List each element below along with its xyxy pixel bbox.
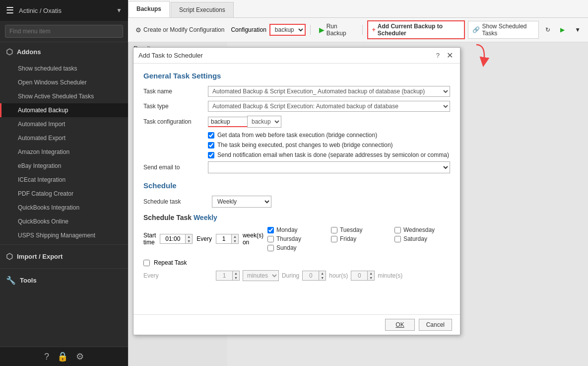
day-tuesday-checkbox[interactable] [331,227,337,233]
start-time-label: Start time [143,232,156,246]
every-down-arrow[interactable]: ▼ [232,239,238,243]
show-scheduled-button[interactable]: 🔗 Show Scheduled Tasks [468,21,539,39]
send-email-select[interactable] [208,161,450,173]
send-email-field[interactable] [208,161,450,173]
sidebar-item-show-active-sheduled-tasks[interactable]: Show Active Sheduled Tasks [0,89,128,103]
more-button[interactable]: ▼ [571,25,584,35]
toolbar-separator-2 [362,25,363,35]
search-input[interactable] [5,25,123,38]
run-backup-button[interactable]: ▶ Run Backup [315,21,358,38]
hours-down[interactable]: ▼ [319,276,326,280]
task-config-select[interactable]: backup [247,116,281,128]
dialog-close-button[interactable]: ✕ [445,51,455,60]
start-time-value[interactable] [160,234,185,243]
addons-icon: ⬡ [6,47,13,57]
day-saturday-checkbox[interactable] [394,236,401,242]
external-link-icon: 🔗 [472,26,480,33]
hours-spinner[interactable]: ▲ ▼ [302,271,326,281]
schedule-task-select[interactable]: Weekly [212,196,271,208]
minutes-val[interactable] [351,271,367,280]
main-area: Backups Script Executions ⚙ Create or Mo… [128,0,588,366]
minutes-up[interactable]: ▲ [368,271,374,276]
add-scheduler-button[interactable]: + Add Current Backup to Scheduler [367,20,465,39]
every-minutes-value[interactable] [216,271,232,280]
task-config-field[interactable]: backup [208,116,281,128]
day-thursday-checkbox[interactable] [267,236,274,242]
sidebar-section-addons[interactable]: ⬡ Addons [0,42,128,62]
every-input[interactable]: ▲ ▼ [216,234,239,244]
repeat-section: Repeat Task Every ▲ ▼ [143,259,450,281]
config-select[interactable]: backup [269,24,306,36]
create-modify-config-button[interactable]: ⚙ Create or Modify Configuration [132,25,228,35]
sidebar-section-tools[interactable]: 🔧 Tools [0,271,128,290]
day-wednesday-checkbox[interactable] [394,227,401,233]
schedule-task-label: Schedule task [143,198,208,205]
sidebar-footer: ? 🔒 ⚙ [0,347,128,366]
settings-icon[interactable]: ⚙ [76,351,84,362]
day-monday-checkbox[interactable] [267,227,274,233]
time-down-arrow[interactable]: ▼ [186,239,192,243]
sidebar-item-open-windows-scheduler[interactable]: Open Windows Scheduler [0,75,128,89]
sidebar-item-automated-export[interactable]: Automated Export [0,131,128,145]
ok-label: OK [395,321,404,328]
minutes-spinner[interactable]: ▲ ▼ [351,271,375,281]
start-time-input[interactable]: ▲ ▼ [160,234,193,244]
day-friday-checkbox[interactable] [331,236,337,242]
hours-arrows: ▲ ▼ [319,271,326,280]
cancel-button[interactable]: Cancel [419,319,452,331]
dialog-overlay: Add Task to Scheduler ? ✕ General Task S… [128,42,588,366]
sidebar-item-pdf-catalog-creator[interactable]: PDF Catalog Creator [0,187,128,201]
checkbox-get-data-label: Get data from web before task execution … [217,132,377,139]
sidebar-item-icecat-integration[interactable]: ICEcat Integration [0,173,128,187]
import-export-label: Import / Export [17,253,63,260]
time-up-arrow[interactable]: ▲ [186,234,192,239]
sidebar-item-quickbooks-online[interactable]: QuickBooks Online [0,215,128,228]
minutes-unit-select[interactable]: minutes [243,270,279,281]
repeat-task-checkbox[interactable] [143,260,150,266]
every-minutes-arrows: ▲ ▼ [232,271,239,280]
refresh-button[interactable]: ↻ [542,25,554,35]
task-config-input[interactable] [208,117,248,127]
minutes-down[interactable]: ▼ [368,276,374,280]
dialog-title: Add Task to Scheduler [138,52,203,59]
sidebar-item-usps-shipping[interactable]: USPS Shipping Management [0,228,128,242]
task-type-select[interactable]: Automated Backup & Script Execution: Aut… [208,101,450,112]
play-button[interactable]: ▶ [557,25,568,35]
task-name-field[interactable]: Automated Backup & Script Execution_ Aut… [208,86,450,97]
lock-icon[interactable]: 🔒 [57,351,68,362]
sidebar-item-quickbooks-integration[interactable]: QuickBooks Integration [0,201,128,215]
every-label: Every [196,235,212,242]
checkbox-get-data-input[interactable] [208,132,214,139]
every-value[interactable] [216,234,231,243]
sidebar-section-import-export[interactable]: ⬡ Import / Export [0,247,128,266]
sidebar-item-automated-backup[interactable]: Automated Backup [0,103,128,117]
hours-up[interactable]: ▲ [319,271,326,276]
plus-icon: + [372,26,376,33]
hours-label: hour(s) [329,272,348,279]
checkbox-post-changes-input[interactable] [208,142,214,148]
sidebar-item-show-scheduled-tasks[interactable]: Show scheduled tasks [0,62,128,75]
checkbox-send-notification-input[interactable] [208,152,214,158]
ok-button[interactable]: OK [385,319,414,331]
question-icon[interactable]: ? [44,352,49,362]
sidebar-search-container [0,21,128,42]
every-minutes-spinner[interactable]: ▲ ▼ [216,271,240,281]
sidebar-item-automated-import[interactable]: Automated Import [0,117,128,131]
task-type-field[interactable]: Automated Backup & Script Execution: Aut… [208,101,450,112]
day-saturday-label: Saturday [403,235,427,242]
sidebar-item-amazon-integration[interactable]: Amazon Integration [0,145,128,159]
weekly-section: Schedule Task Weekly Start time ▲ ▼ [143,214,450,251]
task-name-select[interactable]: Automated Backup & Script Execution_ Aut… [208,86,450,97]
hamburger-icon[interactable]: ☰ [6,5,14,16]
day-sunday-checkbox[interactable] [267,245,274,251]
every-minutes-up[interactable]: ▲ [233,271,239,276]
dialog-help-button[interactable]: ? [433,52,443,59]
hours-value[interactable] [303,271,319,280]
sidebar-item-ebay-integration[interactable]: eBay Integration [0,159,128,173]
every-up-arrow[interactable]: ▲ [232,234,238,239]
tab-backups[interactable]: Backups [128,1,170,17]
sidebar-arrow-icon[interactable]: ▼ [116,7,122,14]
tab-script-executions[interactable]: Script Executions [171,2,234,17]
every-minutes-down[interactable]: ▼ [233,276,239,280]
day-wednesday: Wednesday [394,226,454,233]
